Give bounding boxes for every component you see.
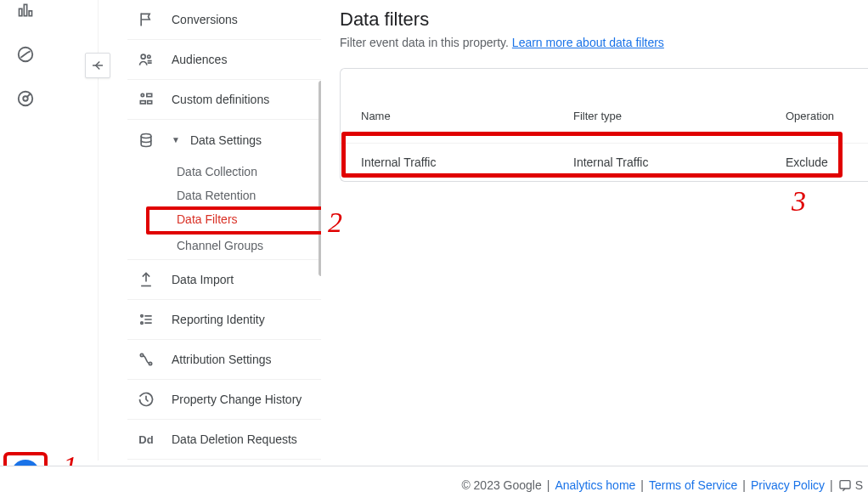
col-name: Name [361, 110, 573, 122]
footer-copyright: © 2023 Google [461, 478, 541, 492]
sidebar-item-custom-definitions[interactable]: Custom definitions [127, 80, 321, 120]
sidebar-item-property-change-history[interactable]: Property Change History [127, 380, 321, 420]
svg-point-4 [19, 92, 33, 106]
svg-rect-0 [20, 8, 22, 15]
svg-point-6 [141, 54, 145, 59]
sidebar-sub-data-retention[interactable]: Data Retention [127, 184, 321, 207]
cell-type: Internal Traffic [573, 155, 786, 169]
svg-point-13 [141, 315, 144, 318]
svg-point-7 [148, 55, 150, 58]
svg-point-8 [141, 93, 144, 96]
col-operation: Operation [786, 110, 848, 122]
custom-definitions-icon [136, 91, 156, 108]
svg-rect-2 [29, 11, 31, 16]
scrollbar-thumb[interactable] [318, 81, 321, 276]
sidebar-sub-data-collection[interactable]: Data Collection [127, 160, 321, 184]
attribution-icon [136, 351, 156, 368]
sidebar-item-data-deletion[interactable]: Dd Data Deletion Requests [127, 420, 321, 460]
svg-point-16 [149, 362, 151, 365]
sidebar-item-label: Custom definitions [172, 93, 269, 106]
svg-rect-17 [840, 480, 850, 488]
history-icon [136, 391, 156, 408]
sidebar: Conversions Audiences Custom definitions… [127, 0, 321, 461]
dd-icon: Dd [136, 433, 156, 446]
database-icon [136, 132, 156, 149]
people-icon [136, 51, 156, 68]
svg-point-14 [141, 322, 144, 325]
flag-icon [136, 11, 156, 28]
sidebar-item-attribution-settings[interactable]: Attribution Settings [127, 340, 321, 380]
sidebar-item-label: Data Deletion Requests [172, 432, 297, 446]
sidebar-item-data-import[interactable]: Data Import [127, 260, 321, 300]
cell-name: Internal Traffic [361, 155, 573, 169]
sidebar-sub-channel-groups[interactable]: Channel Groups [127, 231, 321, 260]
upload-icon [136, 271, 156, 288]
chevron-down-icon: ▼ [172, 135, 180, 144]
learn-more-link[interactable]: Learn more about data filters [512, 36, 664, 49]
page-title: Data filters [340, 8, 868, 31]
advertising-icon[interactable] [15, 88, 36, 109]
sidebar-item-conversions[interactable]: Conversions [127, 0, 321, 40]
svg-point-15 [140, 353, 143, 356]
sidebar-item-audiences[interactable]: Audiences [127, 40, 321, 80]
sidebar-sub-data-filters[interactable]: Data Filters [127, 207, 321, 231]
explore-icon[interactable] [15, 44, 36, 65]
col-filter-type: Filter type [573, 110, 786, 122]
svg-rect-10 [140, 101, 145, 104]
bar-chart-icon[interactable] [15, 0, 36, 20]
svg-rect-1 [24, 4, 26, 15]
footer-tos[interactable]: Terms of Service [649, 478, 737, 492]
footer-privacy[interactable]: Privacy Policy [751, 478, 825, 492]
sidebar-item-label: Conversions [172, 13, 238, 26]
collapse-sidebar-button[interactable] [85, 53, 110, 78]
footer: © 2023 Google | Analytics home | Terms o… [0, 466, 868, 503]
cell-operation: Exclude [786, 155, 848, 169]
svg-rect-11 [148, 101, 152, 104]
sidebar-item-label: Attribution Settings [172, 353, 272, 366]
svg-rect-9 [147, 93, 152, 96]
annotation-number-3: 3 [792, 185, 806, 218]
sidebar-item-label: Audiences [172, 53, 227, 66]
left-rail [0, 0, 51, 503]
page-subtitle: Filter event data in this property. Lear… [340, 36, 868, 49]
filters-card: Name Filter type Operation Internal Traf… [340, 68, 868, 182]
svg-point-12 [141, 133, 151, 138]
sidebar-item-label: Property Change History [172, 393, 302, 406]
sidebar-item-label: Reporting Identity [172, 313, 265, 326]
sidebar-item-reporting-identity[interactable]: Reporting Identity [127, 300, 321, 340]
reporting-identity-icon [136, 311, 156, 328]
sidebar-item-label: Data Import [172, 273, 234, 286]
main-content: Data filters Filter event data in this p… [340, 0, 868, 461]
table-row[interactable]: Internal Traffic Internal Traffic Exclud… [341, 144, 868, 181]
feedback-icon[interactable]: S [838, 478, 863, 492]
sidebar-item-label: Data Settings [190, 133, 262, 147]
footer-analytics-home[interactable]: Analytics home [555, 478, 635, 492]
sidebar-item-data-settings[interactable]: ▼ Data Settings [127, 120, 321, 160]
filters-table-header: Name Filter type Operation [341, 89, 868, 144]
